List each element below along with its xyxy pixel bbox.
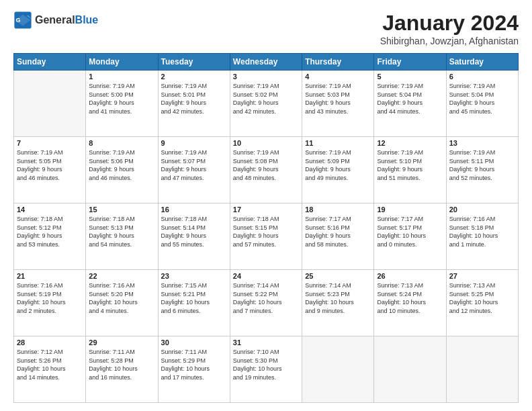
day-info: Sunrise: 7:13 AM Sunset: 5:24 PM Dayligh… [377, 281, 443, 315]
day-number: 29 [89, 338, 154, 347]
day-info: Sunrise: 7:19 AM Sunset: 5:11 PM Dayligh… [449, 148, 515, 182]
calendar-cell [446, 336, 518, 403]
logo: G GeneralBlue [13, 11, 98, 30]
calendar-header-row: SundayMondayTuesdayWednesdayThursdayFrid… [14, 54, 519, 71]
day-info: Sunrise: 7:14 AM Sunset: 5:22 PM Dayligh… [233, 281, 299, 315]
calendar-cell: 15Sunrise: 7:18 AM Sunset: 5:13 PM Dayli… [86, 203, 158, 270]
calendar-cell: 25Sunrise: 7:14 AM Sunset: 5:23 PM Dayli… [302, 270, 374, 336]
day-info: Sunrise: 7:17 AM Sunset: 5:17 PM Dayligh… [377, 215, 443, 248]
day-number: 16 [161, 205, 227, 214]
day-info: Sunrise: 7:18 AM Sunset: 5:12 PM Dayligh… [17, 215, 83, 248]
day-number: 31 [233, 338, 299, 347]
calendar-cell: 20Sunrise: 7:16 AM Sunset: 5:18 PM Dayli… [446, 203, 518, 270]
day-info: Sunrise: 7:18 AM Sunset: 5:15 PM Dayligh… [233, 215, 299, 248]
day-info: Sunrise: 7:13 AM Sunset: 5:25 PM Dayligh… [449, 281, 515, 315]
day-number: 21 [17, 272, 83, 280]
calendar-cell: 1Sunrise: 7:19 AM Sunset: 5:00 PM Daylig… [86, 71, 158, 137]
month-year-title: January 2024 [380, 11, 519, 36]
day-header-wednesday: Wednesday [230, 54, 302, 71]
calendar-week-row: 28Sunrise: 7:12 AM Sunset: 5:26 PM Dayli… [14, 336, 519, 403]
calendar-cell: 31Sunrise: 7:10 AM Sunset: 5:30 PM Dayli… [230, 336, 302, 403]
day-number: 23 [161, 272, 227, 280]
calendar-cell: 14Sunrise: 7:18 AM Sunset: 5:12 PM Dayli… [14, 203, 86, 270]
day-info: Sunrise: 7:19 AM Sunset: 5:09 PM Dayligh… [305, 148, 371, 182]
day-info: Sunrise: 7:19 AM Sunset: 5:00 PM Dayligh… [89, 82, 154, 116]
day-number: 13 [449, 139, 515, 147]
calendar-cell: 23Sunrise: 7:15 AM Sunset: 5:21 PM Dayli… [158, 270, 230, 336]
day-header-friday: Friday [374, 54, 446, 71]
day-number: 25 [305, 272, 371, 280]
day-info: Sunrise: 7:19 AM Sunset: 5:04 PM Dayligh… [377, 82, 443, 116]
calendar-week-row: 14Sunrise: 7:18 AM Sunset: 5:12 PM Dayli… [14, 203, 519, 270]
calendar-cell [14, 71, 86, 137]
day-info: Sunrise: 7:19 AM Sunset: 5:08 PM Dayligh… [233, 148, 299, 182]
logo-icon: G [13, 11, 32, 30]
calendar-cell: 18Sunrise: 7:17 AM Sunset: 5:16 PM Dayli… [302, 203, 374, 270]
calendar-cell: 22Sunrise: 7:16 AM Sunset: 5:20 PM Dayli… [86, 270, 158, 336]
calendar-cell: 12Sunrise: 7:19 AM Sunset: 5:10 PM Dayli… [374, 137, 446, 203]
calendar-cell [302, 336, 374, 403]
day-header-monday: Monday [86, 54, 158, 71]
calendar-cell: 30Sunrise: 7:11 AM Sunset: 5:29 PM Dayli… [158, 336, 230, 403]
day-info: Sunrise: 7:17 AM Sunset: 5:16 PM Dayligh… [305, 215, 371, 248]
day-number: 17 [233, 205, 299, 214]
calendar-cell: 21Sunrise: 7:16 AM Sunset: 5:19 PM Dayli… [14, 270, 86, 336]
day-info: Sunrise: 7:19 AM Sunset: 5:04 PM Dayligh… [449, 82, 515, 116]
calendar-cell [374, 336, 446, 403]
calendar-cell: 29Sunrise: 7:11 AM Sunset: 5:28 PM Dayli… [86, 336, 158, 403]
day-header-tuesday: Tuesday [158, 54, 230, 71]
calendar-page: G GeneralBlue January 2024 Shibirghan, J… [0, 0, 532, 411]
calendar-cell: 3Sunrise: 7:19 AM Sunset: 5:02 PM Daylig… [230, 71, 302, 137]
calendar-cell: 28Sunrise: 7:12 AM Sunset: 5:26 PM Dayli… [14, 336, 86, 403]
day-number: 1 [89, 73, 154, 81]
page-header: G GeneralBlue January 2024 Shibirghan, J… [13, 11, 519, 46]
day-info: Sunrise: 7:18 AM Sunset: 5:14 PM Dayligh… [161, 215, 227, 248]
day-number: 18 [305, 205, 371, 214]
day-info: Sunrise: 7:10 AM Sunset: 5:30 PM Dayligh… [233, 348, 299, 381]
day-info: Sunrise: 7:19 AM Sunset: 5:05 PM Dayligh… [17, 148, 83, 182]
day-number: 4 [305, 73, 371, 81]
day-info: Sunrise: 7:12 AM Sunset: 5:26 PM Dayligh… [17, 348, 83, 381]
day-header-thursday: Thursday [302, 54, 374, 71]
calendar-cell: 24Sunrise: 7:14 AM Sunset: 5:22 PM Dayli… [230, 270, 302, 336]
calendar-week-row: 1Sunrise: 7:19 AM Sunset: 5:00 PM Daylig… [14, 71, 519, 137]
day-number: 11 [305, 139, 371, 147]
day-number: 28 [17, 338, 83, 347]
calendar-cell: 7Sunrise: 7:19 AM Sunset: 5:05 PM Daylig… [14, 137, 86, 203]
day-number: 3 [233, 73, 299, 81]
calendar-cell: 8Sunrise: 7:19 AM Sunset: 5:06 PM Daylig… [86, 137, 158, 203]
day-info: Sunrise: 7:11 AM Sunset: 5:29 PM Dayligh… [161, 348, 227, 381]
day-info: Sunrise: 7:11 AM Sunset: 5:28 PM Dayligh… [89, 348, 154, 381]
day-number: 9 [161, 139, 227, 147]
day-info: Sunrise: 7:19 AM Sunset: 5:06 PM Dayligh… [89, 148, 154, 182]
calendar-cell: 4Sunrise: 7:19 AM Sunset: 5:03 PM Daylig… [302, 71, 374, 137]
day-info: Sunrise: 7:19 AM Sunset: 5:01 PM Dayligh… [161, 82, 227, 116]
svg-text:G: G [16, 17, 21, 24]
day-info: Sunrise: 7:19 AM Sunset: 5:02 PM Dayligh… [233, 82, 299, 116]
day-number: 14 [17, 205, 83, 214]
calendar-cell: 13Sunrise: 7:19 AM Sunset: 5:11 PM Dayli… [446, 137, 518, 203]
day-info: Sunrise: 7:19 AM Sunset: 5:07 PM Dayligh… [161, 148, 227, 182]
calendar-cell: 26Sunrise: 7:13 AM Sunset: 5:24 PM Dayli… [374, 270, 446, 336]
calendar-cell: 17Sunrise: 7:18 AM Sunset: 5:15 PM Dayli… [230, 203, 302, 270]
calendar-cell: 9Sunrise: 7:19 AM Sunset: 5:07 PM Daylig… [158, 137, 230, 203]
day-info: Sunrise: 7:18 AM Sunset: 5:13 PM Dayligh… [89, 215, 154, 248]
calendar-week-row: 7Sunrise: 7:19 AM Sunset: 5:05 PM Daylig… [14, 137, 519, 203]
day-info: Sunrise: 7:19 AM Sunset: 5:10 PM Dayligh… [377, 148, 443, 182]
calendar-cell: 27Sunrise: 7:13 AM Sunset: 5:25 PM Dayli… [446, 270, 518, 336]
day-number: 19 [377, 205, 443, 214]
calendar-cell: 2Sunrise: 7:19 AM Sunset: 5:01 PM Daylig… [158, 71, 230, 137]
day-number: 12 [377, 139, 443, 147]
day-info: Sunrise: 7:16 AM Sunset: 5:19 PM Dayligh… [17, 281, 83, 315]
day-number: 10 [233, 139, 299, 147]
day-number: 26 [377, 272, 443, 280]
day-number: 27 [449, 272, 515, 280]
day-number: 24 [233, 272, 299, 280]
day-info: Sunrise: 7:15 AM Sunset: 5:21 PM Dayligh… [161, 281, 227, 315]
calendar-cell: 11Sunrise: 7:19 AM Sunset: 5:09 PM Dayli… [302, 137, 374, 203]
title-block: January 2024 Shibirghan, Jowzjan, Afghan… [380, 11, 519, 46]
day-number: 5 [377, 73, 443, 81]
calendar-table: SundayMondayTuesdayWednesdayThursdayFrid… [13, 53, 519, 403]
day-info: Sunrise: 7:19 AM Sunset: 5:03 PM Dayligh… [305, 82, 371, 116]
calendar-cell: 16Sunrise: 7:18 AM Sunset: 5:14 PM Dayli… [158, 203, 230, 270]
